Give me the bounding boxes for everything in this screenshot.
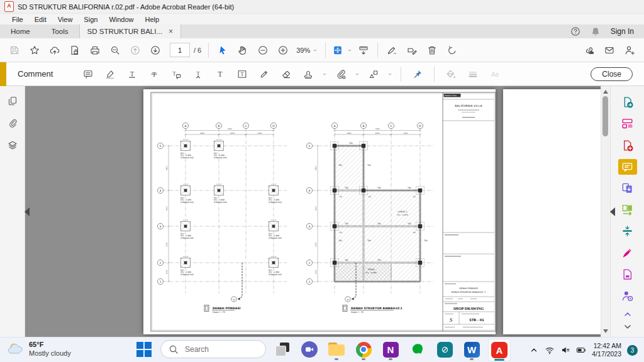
share-link-icon[interactable] [580,41,599,59]
page-number-input[interactable] [170,43,190,57]
search-input[interactable] [184,344,255,354]
fill-and-sign-icon[interactable] [402,41,421,59]
edit-pdf-icon[interactable] [618,116,637,131]
tab-close-icon[interactable]: × [169,27,173,36]
prepare-form-icon[interactable] [618,266,637,282]
menu-edit[interactable]: Edit [29,16,52,23]
chrome-button[interactable] [353,339,374,360]
line-thickness-icon[interactable] [464,65,482,83]
page-display-icon[interactable] [330,41,345,59]
compress-pdf-icon[interactable] [618,223,637,239]
acrobat-button[interactable]: A [488,339,511,361]
text-style-icon[interactable]: Aa [486,65,504,83]
tab-document[interactable]: SD STRUKTUR BALI... × [79,25,182,38]
chevron-down-icon[interactable] [347,47,353,53]
drawing-shapes-icon[interactable] [365,65,382,83]
upload-cloud-icon[interactable] [45,41,64,59]
star-favorite-icon[interactable] [25,41,44,59]
pdf-page-2[interactable] [503,89,604,334]
taskbar-search[interactable] [160,340,266,358]
next-page-icon[interactable] [146,41,165,59]
highlight-text-icon[interactable] [101,65,119,83]
help-icon[interactable] [570,26,580,36]
zoom-level-dropdown[interactable]: 39% [294,47,321,54]
find-icon[interactable] [106,41,125,59]
underline-text-icon[interactable]: T [123,65,141,83]
tab-home[interactable]: Home [0,25,41,38]
zoom-in-icon[interactable] [274,41,292,59]
rotate-icon[interactable] [443,41,462,59]
notification-count-badge[interactable]: 3 [627,345,638,356]
scroll-down-arrow[interactable] [603,329,608,333]
chevron-down-icon[interactable] [387,71,393,77]
sign-pen-icon[interactable] [382,41,401,59]
menu-sign[interactable]: Sign [78,16,103,23]
fill-color-icon[interactable] [442,65,460,83]
vertical-scrollbar[interactable] [601,86,610,337]
comment-tool-icon[interactable] [618,159,637,175]
rail-scroll-down-icon[interactable] [623,322,633,332]
chevron-down-icon[interactable] [354,71,360,77]
menu-help[interactable]: Help [140,16,165,23]
sign-in-button[interactable]: Sign In [611,27,634,36]
chevron-down-icon[interactable] [321,71,328,77]
protect-file-icon[interactable] [65,41,84,59]
clock[interactable]: 12:42 AM 4/17/2023 [592,342,621,358]
save-icon[interactable] [5,41,24,59]
close-comment-button[interactable]: Close [591,67,633,81]
add-text-icon[interactable]: T [211,65,229,83]
measure-tool-icon[interactable] [354,41,373,59]
page-thumbnails-icon[interactable] [8,96,18,106]
eraser-icon[interactable] [277,65,295,83]
pdf-page-1[interactable]: ABCD543217400290022502250390031003150165… [143,89,496,334]
email-icon[interactable] [600,41,619,59]
export-pdf-icon[interactable] [618,94,637,110]
task-view-button[interactable] [272,339,293,360]
menu-file[interactable]: File [6,16,29,23]
volume-muted-icon[interactable] [560,345,570,355]
request-signatures-icon[interactable] [618,288,637,304]
keep-tool-pin-icon[interactable] [409,65,426,83]
start-button[interactable] [133,339,155,360]
onenote-button[interactable]: N [380,339,401,360]
battery-icon[interactable] [576,345,586,355]
stamp-icon[interactable] [299,65,317,83]
zoom-out-icon[interactable] [253,41,272,59]
word-button[interactable]: W [461,339,482,360]
menu-window[interactable]: Window [103,16,139,23]
sticky-note-icon[interactable] [79,65,97,83]
hand-tool-icon[interactable] [233,41,252,59]
insert-text-icon[interactable]: T [189,65,207,83]
delete-icon[interactable] [423,41,441,59]
scrollbar-thumb[interactable] [602,96,608,136]
evernote-button[interactable] [407,339,428,360]
tab-tools[interactable]: Tools [41,25,79,38]
notifications-bell-icon[interactable] [591,26,601,36]
select-tool-icon[interactable] [213,41,232,59]
replace-text-icon[interactable]: T [167,65,185,83]
previous-page-icon[interactable] [126,41,145,59]
text-box-icon[interactable]: T [233,65,251,83]
organize-pages-icon[interactable] [618,202,637,217]
menu-view[interactable]: View [52,16,79,23]
share-with-people-icon[interactable] [620,41,639,59]
layers-icon[interactable] [8,140,18,150]
tray-chevron-up-icon[interactable] [529,345,539,355]
teal-app-button[interactable] [434,339,455,360]
weather-widget[interactable]: 65°F Mostly cloudy [8,340,71,358]
scroll-up-arrow[interactable] [603,90,608,94]
fill-sign-tool-icon[interactable] [618,244,637,260]
attach-file-icon[interactable] [332,65,350,83]
wifi-icon[interactable] [545,345,555,355]
rail-scroll-up-icon[interactable] [623,309,633,319]
expand-right-panel-arrow[interactable] [610,207,615,216]
print-icon[interactable] [86,41,104,59]
collapse-left-panel-arrow[interactable] [25,207,30,216]
combine-files-icon[interactable] [618,180,637,196]
attachments-icon[interactable] [8,118,18,128]
strikethrough-text-icon[interactable]: T [145,65,163,83]
create-pdf-icon[interactable] [618,137,637,153]
file-explorer-button[interactable] [326,339,347,360]
draw-pencil-icon[interactable] [255,65,273,83]
teams-chat-button[interactable] [299,339,320,360]
